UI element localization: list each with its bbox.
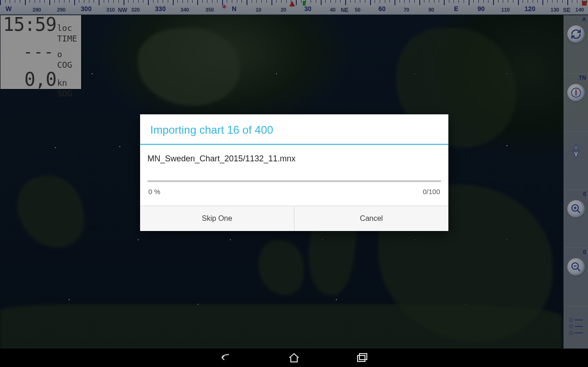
progress-meta: 0 % 0/100 xyxy=(147,182,441,202)
import-filename: MN_Sweden_Chart_2015/1132_11.mnx xyxy=(147,154,441,164)
svg-rect-12 xyxy=(358,355,365,361)
recent-apps-button[interactable] xyxy=(356,351,369,364)
progress-percent: 0 % xyxy=(148,188,160,195)
skip-one-button[interactable]: Skip One xyxy=(140,206,294,231)
dialog-body: MN_Sweden_Chart_2015/1132_11.mnx 0 % 0/1… xyxy=(140,145,448,206)
import-dialog: Importing chart 16 of 400 MN_Sweden_Char… xyxy=(140,114,448,231)
svg-rect-13 xyxy=(359,354,367,360)
dialog-actions: Skip One Cancel xyxy=(140,206,448,231)
progress-bar xyxy=(147,180,441,182)
cancel-button[interactable]: Cancel xyxy=(294,206,448,231)
home-button[interactable] xyxy=(288,351,300,364)
progress-count: 0/100 xyxy=(423,188,440,195)
back-button[interactable] xyxy=(219,351,232,364)
dialog-title: Importing chart 16 of 400 xyxy=(140,114,448,145)
android-navbar xyxy=(0,349,588,367)
app-root: ✶ W NW N NE E SE 300 330 30 60 90 120 28… xyxy=(0,0,588,349)
